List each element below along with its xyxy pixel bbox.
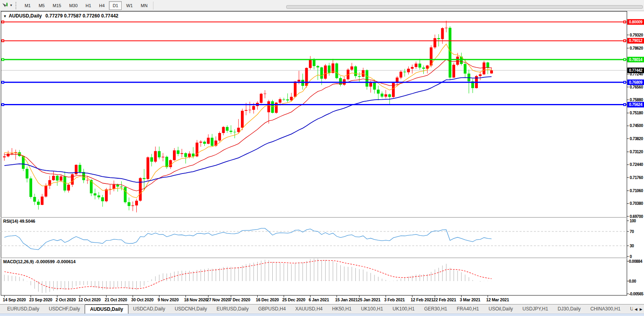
candle-up [173, 150, 176, 160]
candle-up [154, 151, 157, 162]
tab-audusd-daily[interactable]: AUDUSD,Daily [85, 304, 128, 314]
tab-eurusd-daily[interactable]: EURUSD,Daily [2, 304, 44, 314]
candle-down [26, 169, 29, 178]
date-tick-label: 18 Nov 2020 [184, 297, 208, 302]
candle-down [165, 157, 168, 167]
candle-up [248, 110, 251, 110]
candle-up [324, 66, 327, 79]
candle-up [456, 57, 459, 65]
candle-down [381, 94, 384, 97]
macd-name: MACD(12,26,9) [3, 259, 34, 264]
timeframe-w1[interactable]: W1 [122, 1, 136, 10]
candle-down [449, 28, 452, 77]
timeframe-m15[interactable]: M15 [49, 1, 64, 10]
tab-usdjpy-h1[interactable]: USDJPY,H1 [518, 304, 553, 314]
tab-gbpusd-h4[interactable]: GBPUSD,H4 [253, 304, 290, 314]
price-tick-label: 0.73120 [630, 150, 643, 154]
candle-down [226, 127, 229, 131]
timeframe-h1[interactable]: H1 [82, 1, 95, 10]
candle-down [33, 197, 36, 202]
candle-down [373, 82, 376, 90]
tab-usdcad-daily[interactable]: USDCAD,Daily [128, 304, 170, 314]
candle-up [479, 74, 482, 76]
candle-down [403, 72, 406, 72]
tab-uk100-h1[interactable]: UK100,H1 [356, 304, 388, 314]
candle-up [309, 59, 312, 68]
hline-price-label: 0.80009 [629, 20, 642, 24]
candle-up [60, 176, 62, 180]
timeframe-mn[interactable]: MN [137, 1, 151, 10]
tab-scroll-right-icon[interactable]: ▶ [640, 307, 642, 311]
timeframe-m1[interactable]: M1 [21, 1, 34, 10]
tab-usdcnh-daily[interactable]: USDCNH,Daily [170, 304, 211, 314]
candle-down [422, 67, 425, 69]
candle-down [150, 157, 153, 162]
toolbar-grip[interactable] [16, 2, 18, 9]
chart-title-dropdown-icon[interactable]: ▼ [3, 14, 7, 18]
rsi-indicator-label: RSI(14) 49.5046 [3, 219, 35, 224]
price-tick-label: 0.72440 [630, 162, 643, 167]
candle-up [222, 127, 225, 133]
tab-ger30-h1[interactable]: GER30,H1 [419, 304, 452, 314]
candle-up [218, 133, 221, 141]
candle-down [120, 187, 123, 187]
chart-title: ▼AUDUSD,Daily0.77279 0.77587 0.77260 0.7… [3, 13, 118, 19]
candle-up [260, 94, 263, 103]
tab-eurusd-daily[interactable]: EURUSD,Daily [212, 304, 254, 314]
price-tick-label: 0.78620 [630, 46, 643, 50]
candle-down [97, 195, 100, 197]
symbol-tab-bar: EURUSD,DailyUSDCHF,DailyAUDUSD,DailyUSDC… [0, 304, 644, 314]
rsi-name: RSI(14) [3, 219, 18, 224]
tab-fra40-h1[interactable]: FRA40,H1 [452, 304, 484, 314]
candle-up [268, 101, 270, 112]
candle-down [56, 176, 59, 181]
toolbar: ▼ M1M5M15M30H1H4D1W1MN [0, 0, 644, 11]
candle-up [169, 160, 172, 167]
timeframe-d1[interactable]: D1 [109, 1, 122, 10]
tab-china300-h1[interactable]: CHINA300,H1 [586, 304, 625, 314]
candle-up [67, 185, 70, 191]
timeframe-m5[interactable]: M5 [35, 1, 48, 10]
price-tick-label: 0.71060 [630, 189, 643, 193]
candle-down [64, 176, 66, 191]
candle-up [294, 81, 297, 96]
date-tick-label: 15 Jan 2021 [335, 297, 358, 302]
candle-up [45, 186, 47, 197]
timeframe-m30[interactable]: M30 [66, 1, 81, 10]
tab-uk100-h1[interactable]: UK100,H1 [388, 304, 419, 314]
price-tick-label: 0.70380 [630, 201, 643, 206]
tab-dj30-daily[interactable]: DJ30,Daily [553, 304, 586, 314]
date-tick-label: 25 Dec 2020 [282, 297, 305, 302]
candle-down [116, 185, 119, 187]
date-tick-label: 25 Jan 2021 [358, 297, 380, 302]
chart-plot-area[interactable] [1, 12, 627, 296]
candle-down [388, 94, 391, 97]
chart-tool-icon[interactable] [1, 2, 9, 9]
chart-tool-dropdown-icon[interactable]: ▼ [10, 4, 13, 7]
candle-up [411, 67, 414, 69]
candle-up [415, 64, 417, 67]
candle-up [105, 189, 108, 201]
candle-down [358, 76, 361, 77]
macd-tick-label: 0.00 [629, 279, 636, 283]
candle-down [184, 153, 187, 157]
date-tick-label: 2 Oct 2020 [56, 297, 76, 302]
candle-down [437, 38, 440, 39]
candle-up [490, 70, 493, 73]
tab-usoil-daily[interactable]: USOil,Daily [484, 304, 518, 314]
hline-price-label: 0.75624 [629, 102, 642, 107]
candle-up [200, 142, 202, 143]
candle-down [286, 99, 289, 100]
date-tick-label: 3 Mar 2021 [460, 297, 481, 302]
tab-scroll-left-icon[interactable]: ◀ [634, 307, 637, 311]
candle-down [37, 202, 40, 205]
candle-down [366, 70, 369, 87]
date-tick-label: 3 Feb 2021 [384, 297, 405, 302]
timeframe-h4[interactable]: H4 [95, 1, 108, 10]
tab-usdchf-daily[interactable]: USDCHF,Daily [44, 304, 85, 314]
price-tick-label: 0.75880 [630, 98, 643, 102]
tab-xauusd-h4[interactable]: XAUUSD,H4 [291, 304, 328, 314]
candle-down [464, 64, 467, 73]
chart-window-frame [1, 12, 627, 296]
tab-hk50-h1[interactable]: HK50,H1 [328, 304, 357, 314]
